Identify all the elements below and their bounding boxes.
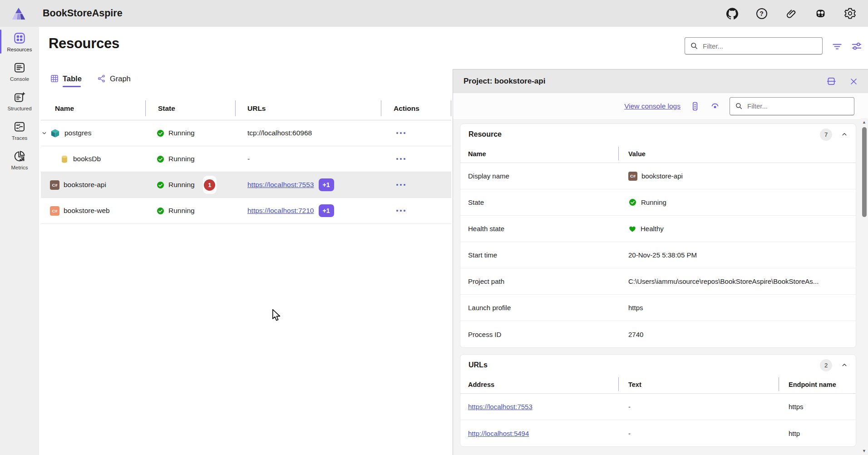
resource-name: bookstore-web — [64, 207, 110, 215]
resources-table-header: Name State URLs Actions — [41, 97, 451, 120]
panel-body: Resource 7 Name Value Display name C# bo… — [453, 119, 859, 455]
scroll-up-arrow[interactable]: ▲ — [861, 119, 868, 125]
tab-graph[interactable]: Graph — [97, 69, 131, 88]
page-title: Resources — [49, 35, 119, 52]
resources-filter-input[interactable] — [685, 37, 823, 54]
sidebar-item-metrics[interactable]: Metrics — [0, 145, 39, 174]
property-name: Project path — [460, 268, 618, 294]
property-row[interactable]: Health state Healthy — [460, 216, 856, 242]
filter-lines-icon[interactable] — [831, 40, 843, 53]
tab-graph-label: Graph — [110, 74, 131, 83]
resource-properties-table: Name Value Display name C# bookstore-api… — [460, 145, 856, 347]
sidebar-item-resources[interactable]: Resources — [0, 27, 39, 56]
running-check-icon — [156, 155, 165, 163]
split-panel-icon[interactable] — [826, 76, 837, 87]
property-row[interactable]: State Running — [460, 189, 856, 216]
telemetry-eye-icon[interactable] — [710, 101, 720, 112]
url-address-link[interactable]: http://localhost:5494 — [468, 430, 529, 437]
row-actions-ellipsis-icon[interactable] — [395, 155, 407, 163]
sidebar-item-traces[interactable]: Traces — [0, 115, 39, 145]
table-row-postgres[interactable]: postgres Running tcp://localhost:60968 — [41, 120, 451, 146]
resource-url-link[interactable]: https://localhost:7553 — [247, 181, 314, 189]
property-row[interactable]: Display name C# bookstore-api — [460, 163, 856, 189]
property-name: State — [460, 189, 618, 215]
state-text: Running — [168, 155, 195, 163]
row-actions-ellipsis-icon[interactable] — [395, 207, 407, 214]
close-icon[interactable] — [849, 77, 858, 86]
resources-filter-field[interactable] — [703, 42, 818, 50]
section-title: URLs — [469, 361, 488, 369]
resources-grid-icon — [13, 31, 26, 45]
console-log-icon[interactable] — [690, 101, 700, 112]
healthy-heart-icon — [628, 225, 636, 233]
github-icon[interactable] — [726, 7, 738, 20]
resource-section-header[interactable]: Resource 7 — [460, 124, 856, 145]
resource-url-link[interactable]: https://localhost:7210 — [247, 207, 314, 215]
metrics-icon — [13, 149, 26, 163]
column-header-name: Name — [460, 145, 618, 163]
sidebar-item-console[interactable]: Console — [0, 56, 39, 86]
property-row[interactable]: Project path C:\Users\iammu\source\repos… — [460, 268, 856, 295]
help-icon[interactable]: ? — [755, 7, 768, 20]
scroll-down-arrow[interactable]: ▼ — [861, 448, 868, 454]
sidebar-item-structured[interactable]: Structured — [0, 86, 39, 115]
column-options-icon[interactable] — [850, 40, 863, 53]
copilot-icon[interactable] — [814, 7, 827, 20]
panel-filter-field[interactable] — [747, 102, 849, 110]
property-value: 2740 — [628, 331, 643, 338]
csharp-project-icon: C# — [628, 172, 637, 181]
column-header-urls: URLs — [235, 97, 381, 120]
resource-name: postgres — [64, 129, 91, 137]
property-value: bookstore-api — [641, 172, 683, 180]
settings-gear-icon[interactable] — [844, 7, 856, 20]
property-name: Launch profile — [460, 295, 618, 321]
view-console-logs-link[interactable]: View console logs — [624, 102, 681, 110]
chevron-up-icon[interactable] — [840, 361, 848, 369]
resource-details-panel: Project: bookstore-api View console logs — [453, 69, 868, 455]
urls-table: Address Text Endpoint name https://local… — [460, 376, 856, 446]
property-row[interactable]: Process ID 2740 — [460, 321, 856, 347]
url-address-link[interactable]: https://localhost:7553 — [468, 403, 533, 410]
panel-header: Project: bookstore-api — [453, 69, 868, 93]
urls-section-header[interactable]: URLs 2 — [460, 355, 856, 376]
section-title: Resource — [469, 130, 502, 138]
table-row-booksdb[interactable]: booksDb Running - — [41, 146, 451, 172]
panel-filter-input[interactable] — [730, 97, 854, 115]
chevron-down-icon[interactable] — [41, 130, 48, 137]
resource-section: Resource 7 Name Value Display name C# bo… — [460, 124, 856, 348]
property-row[interactable]: Start time 20-Nov-25 5:38:05 PM — [460, 242, 856, 268]
property-row[interactable]: Launch profile https — [460, 295, 856, 321]
table-row-bookstore-web[interactable]: C# bookstore-web Running https://localho… — [41, 198, 451, 224]
question-mark-glyph: ? — [756, 8, 767, 19]
more-urls-badge[interactable]: +1 — [319, 204, 334, 217]
state-text: Running — [168, 181, 195, 189]
table-row-bookstore-api[interactable]: C# bookstore-api Running 1 https://local… — [41, 172, 451, 198]
topbar: BookStoreAspire ? — [0, 0, 868, 27]
row-actions-ellipsis-icon[interactable] — [395, 181, 407, 188]
paperclip-icon[interactable] — [785, 7, 797, 20]
csharp-project-icon: C# — [50, 180, 59, 190]
property-value: Running — [641, 198, 666, 206]
panel-toolbar: View console logs — [453, 93, 868, 119]
endpoint-name: http — [789, 430, 800, 437]
url-row[interactable]: https://localhost:7553 - https — [460, 394, 856, 420]
tab-table[interactable]: Table — [50, 69, 82, 88]
panel-scrollbar[interactable]: ▲ ▼ — [861, 118, 868, 454]
endpoint-name: https — [789, 403, 804, 410]
aspire-logo-icon — [11, 7, 26, 20]
error-count-badge[interactable]: 1 — [203, 176, 217, 194]
tab-table-label: Table — [63, 74, 82, 83]
url-row[interactable]: http://localhost:5494 - http — [460, 420, 856, 446]
search-icon — [690, 41, 699, 50]
sidebar-item-label: Metrics — [11, 165, 28, 170]
sidebar-item-label: Console — [10, 76, 29, 82]
running-check-icon — [628, 198, 637, 207]
resource-name: booksDb — [73, 155, 101, 163]
chevron-up-icon[interactable] — [840, 130, 848, 138]
scrollbar-thumb[interactable] — [862, 127, 867, 217]
property-name: Health state — [460, 216, 618, 242]
state-text: Running — [168, 129, 195, 137]
more-urls-badge[interactable]: +1 — [319, 178, 334, 191]
console-icon — [13, 61, 26, 74]
row-actions-ellipsis-icon[interactable] — [395, 129, 407, 137]
